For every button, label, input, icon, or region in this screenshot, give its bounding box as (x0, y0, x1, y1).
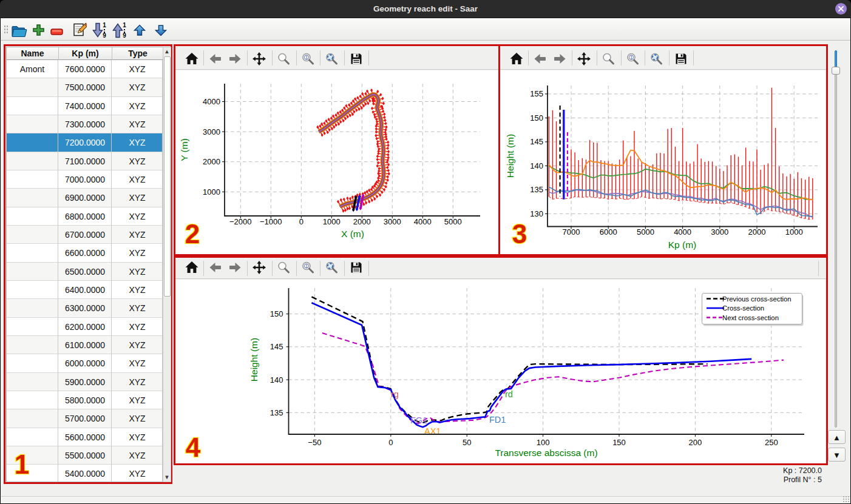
svg-text:2000: 2000 (353, 217, 371, 226)
svg-text:7000: 7000 (563, 227, 580, 237)
svg-text:1000: 1000 (203, 187, 220, 197)
svg-text:4: 4 (186, 432, 201, 462)
svg-text:150: 150 (530, 113, 543, 123)
svg-text:Height (m): Height (m) (505, 134, 515, 178)
svg-text:Transverse abscissa (m): Transverse abscissa (m) (495, 448, 597, 458)
svg-text:Height (m): Height (m) (249, 338, 259, 381)
svg-text:1: 1 (15, 449, 29, 479)
svg-text:150: 150 (270, 309, 283, 318)
svg-text:Cross-section: Cross-section (722, 304, 764, 312)
svg-text:rd: rd (505, 389, 513, 399)
svg-text:Next cross-section: Next cross-section (722, 314, 779, 321)
svg-text:250: 250 (765, 438, 778, 447)
svg-text:FG1: FG1 (410, 415, 427, 425)
svg-text:135: 135 (270, 408, 283, 417)
svg-text:Previous cross-section: Previous cross-section (722, 295, 792, 303)
svg-text:140: 140 (270, 375, 283, 385)
svg-text:−2000: −2000 (229, 217, 252, 226)
svg-text:1000: 1000 (785, 227, 803, 237)
svg-text:4000: 4000 (674, 227, 691, 237)
svg-text:1: 1 (305, 264, 308, 269)
svg-text:6000: 6000 (600, 227, 617, 237)
svg-text:FD1: FD1 (489, 415, 506, 425)
svg-text:50: 50 (463, 438, 471, 447)
svg-text:0: 0 (299, 217, 303, 226)
svg-text:3000: 3000 (203, 127, 220, 136)
svg-text:5000: 5000 (637, 227, 654, 237)
svg-text:3: 3 (512, 219, 527, 248)
svg-text:0: 0 (388, 438, 393, 447)
svg-text:5000: 5000 (444, 217, 462, 226)
svg-text:145: 145 (530, 137, 543, 146)
svg-text:Kp (m): Kp (m) (668, 240, 697, 250)
svg-text:4000: 4000 (203, 97, 220, 106)
svg-text:2000: 2000 (203, 157, 220, 166)
svg-text:−50: −50 (308, 438, 321, 447)
svg-text:9: 9 (123, 32, 126, 38)
svg-text:1000: 1000 (323, 217, 341, 226)
svg-text:100: 100 (537, 438, 550, 447)
svg-text:1: 1 (103, 22, 106, 29)
svg-text:X (m): X (m) (341, 229, 364, 239)
svg-text:4000: 4000 (414, 217, 432, 226)
svg-text:1: 1 (123, 22, 126, 29)
svg-text:Y (m): Y (m) (179, 138, 189, 161)
svg-text:2: 2 (185, 219, 200, 248)
svg-text:145: 145 (270, 342, 283, 351)
svg-text:155: 155 (530, 89, 543, 98)
svg-text:1: 1 (305, 55, 308, 61)
svg-text:9: 9 (103, 32, 106, 38)
svg-text:rg: rg (391, 389, 399, 399)
svg-text:200: 200 (689, 438, 702, 447)
svg-text:3000: 3000 (384, 217, 401, 226)
svg-text:140: 140 (530, 161, 543, 170)
svg-text:−1000: −1000 (260, 217, 282, 226)
svg-text:1: 1 (630, 55, 632, 61)
svg-text:130: 130 (530, 209, 543, 218)
svg-text:2000: 2000 (748, 227, 766, 237)
svg-text:3000: 3000 (711, 227, 728, 237)
svg-text:150: 150 (612, 438, 626, 447)
svg-text:135: 135 (530, 185, 543, 194)
